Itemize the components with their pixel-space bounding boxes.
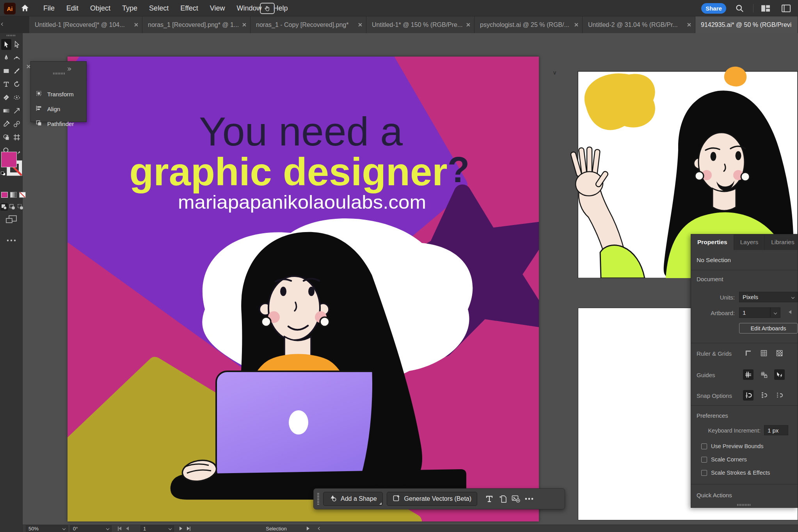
previous-artboard-icon[interactable]: [789, 310, 791, 314]
last-artboard-icon[interactable]: [187, 527, 190, 531]
swap-colors-icon[interactable]: [17, 150, 22, 157]
snap-to-pixel-icon[interactable]: [774, 390, 785, 401]
status-play-icon[interactable]: [307, 527, 309, 530]
more-options-icon[interactable]: [523, 492, 536, 506]
scale-corners-checkbox[interactable]: [701, 457, 707, 463]
paintbrush-tool[interactable]: [12, 66, 22, 76]
pen-tool[interactable]: [1, 52, 11, 63]
add-shape-button[interactable]: Add a Shape: [323, 492, 383, 506]
screen-mode-icon[interactable]: [5, 215, 17, 227]
edit-toolbar-more-icon[interactable]: [7, 236, 16, 238]
show-rulers-icon[interactable]: [743, 348, 754, 358]
toolbar-drag-handle[interactable]: [7, 35, 16, 36]
share-button[interactable]: Share: [701, 3, 726, 14]
doc-tab-1[interactable]: Untitled-1 [Recovered]* @ 104...: [29, 16, 142, 33]
panel-drag-handle[interactable]: [53, 73, 65, 74]
menu-type[interactable]: Type: [116, 0, 143, 16]
collapse-panel-icon[interactable]: [1, 23, 4, 26]
units-dropdown[interactable]: Pixels: [739, 292, 798, 302]
scroll-left-icon[interactable]: [318, 527, 321, 530]
width-tool[interactable]: [12, 92, 22, 103]
close-icon[interactable]: [574, 23, 578, 27]
generate-vectors-button[interactable]: Generate Vectors (Beta): [387, 492, 478, 506]
first-artboard-icon[interactable]: [118, 527, 121, 531]
default-colors-icon[interactable]: [1, 170, 6, 175]
taskbar-drag-handle[interactable]: [317, 493, 319, 505]
doc-tab-5[interactable]: psychologist.ai @ 25 % (RGB/...: [475, 16, 583, 33]
app-logo[interactable]: Ai: [4, 3, 16, 14]
artboard-number-dropdown[interactable]: 1: [140, 525, 174, 532]
lock-guides-icon[interactable]: [759, 369, 769, 380]
previous-artboard-icon[interactable]: [126, 527, 129, 530]
close-icon[interactable]: [687, 23, 691, 27]
menu-view[interactable]: View: [204, 0, 231, 16]
doc-tab-4[interactable]: Untitled-1* @ 150 % (RGB/Pre...: [366, 16, 475, 33]
fill-color-swatch[interactable]: [1, 152, 17, 167]
close-icon[interactable]: [242, 23, 246, 27]
none-mode-swatch[interactable]: [19, 192, 26, 198]
artboard-1[interactable]: You need a graphic designer ? mariapapan…: [68, 57, 539, 521]
panel-item-transform[interactable]: Transform: [31, 87, 86, 101]
rectangle-tool[interactable]: [1, 66, 11, 76]
eraser-tool[interactable]: [1, 92, 11, 103]
search-icon[interactable]: [735, 4, 744, 14]
draw-behind-mode-icon[interactable]: [9, 203, 16, 211]
arrange-documents-icon[interactable]: [761, 4, 770, 14]
use-preview-bounds-checkbox[interactable]: [701, 443, 707, 449]
doc-tab-2[interactable]: noras_1 [Recovered].png* @ 1...: [142, 16, 251, 33]
snap-to-grid-icon[interactable]: [759, 390, 769, 401]
doc-tab-3[interactable]: noras_1 - Copy [Recovered].png*: [251, 16, 366, 33]
tab-properties[interactable]: Properties: [691, 234, 734, 250]
tab-libraries[interactable]: Libraries: [765, 234, 798, 250]
close-icon[interactable]: [134, 23, 138, 27]
edit-artboards-button[interactable]: Edit Artboards: [739, 323, 798, 333]
gradient-mode-swatch[interactable]: [10, 192, 17, 198]
home-icon[interactable]: [20, 4, 30, 14]
panel-item-align[interactable]: Align: [31, 101, 86, 116]
menu-file[interactable]: File: [37, 0, 60, 16]
artboard-number-input[interactable]: 1: [739, 307, 770, 318]
artboard-dropdown-toggle[interactable]: [770, 307, 780, 318]
tab-layers[interactable]: Layers: [734, 234, 765, 250]
menu-object[interactable]: Object: [84, 0, 116, 16]
transparency-grid-icon[interactable]: [774, 348, 785, 358]
menu-edit[interactable]: Edit: [60, 0, 84, 16]
keyboard-increment-input[interactable]: 1 px: [764, 425, 788, 435]
shape-builder-tool[interactable]: [1, 132, 11, 143]
menu-effect[interactable]: Effect: [174, 0, 204, 16]
type-tool-icon[interactable]: [483, 492, 496, 506]
smart-guides-icon[interactable]: [774, 369, 785, 380]
type-tool[interactable]: [1, 79, 11, 90]
workspace-switcher-icon[interactable]: [781, 4, 791, 14]
selection-tool[interactable]: [1, 39, 11, 50]
rotation-dropdown[interactable]: 0°: [70, 525, 112, 532]
next-artboard-icon[interactable]: [180, 527, 182, 530]
draw-inside-mode-icon[interactable]: [17, 203, 24, 211]
new-artboard-icon[interactable]: [496, 492, 509, 506]
panel-item-pathfinder[interactable]: Pathfinder: [31, 116, 86, 131]
gradient-tool[interactable]: [1, 105, 11, 116]
direct-selection-tool[interactable]: [12, 39, 22, 50]
close-icon[interactable]: [466, 23, 470, 27]
eyedropper-tool[interactable]: [1, 119, 11, 129]
draw-normal-mode-icon[interactable]: [0, 203, 8, 211]
curvature-tool[interactable]: [12, 52, 22, 63]
export-image-icon[interactable]: [509, 492, 523, 506]
zoom-level-dropdown[interactable]: 50%: [26, 525, 68, 532]
rotate-tool[interactable]: [12, 79, 22, 90]
expand-panel-icon[interactable]: [67, 65, 71, 72]
snap-to-point-icon[interactable]: [743, 390, 754, 401]
show-grid-icon[interactable]: [759, 348, 769, 358]
menu-select[interactable]: Select: [143, 0, 174, 16]
blend-tool[interactable]: [12, 119, 22, 129]
color-mode-swatch[interactable]: [1, 192, 8, 198]
panel-resize-handle[interactable]: [737, 504, 751, 506]
close-icon[interactable]: [358, 23, 362, 27]
scale-tool[interactable]: [12, 105, 22, 116]
doc-tab-7-active[interactable]: 9142935.ai* @ 50 % (RGB/Previ: [695, 16, 798, 33]
scale-strokes-effects-checkbox[interactable]: [701, 470, 707, 476]
artboard-tool[interactable]: [12, 132, 22, 143]
doc-tab-6[interactable]: Untitled-2 @ 31.04 % (RGB/Pr...: [583, 16, 695, 33]
show-guides-icon[interactable]: [743, 369, 754, 380]
touch-workspace-icon[interactable]: [260, 3, 275, 14]
